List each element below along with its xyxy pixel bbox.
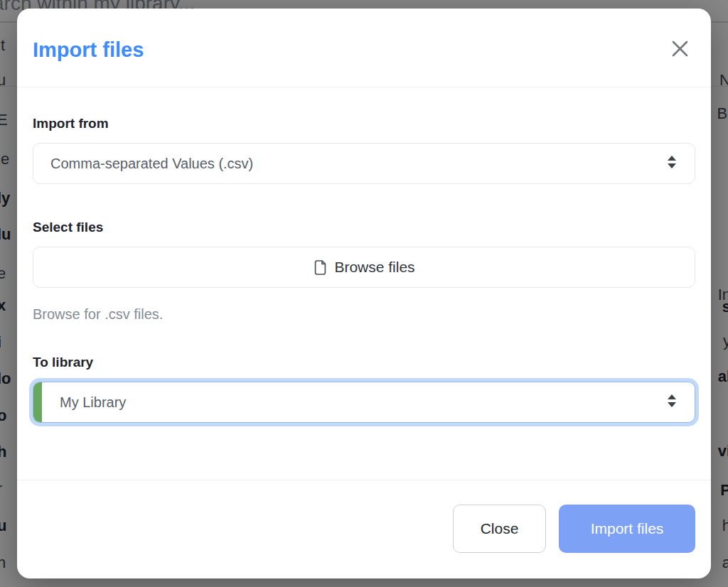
to-library-label: To library: [33, 355, 695, 370]
import-files-dialog: Import files Import from Comma-separated…: [17, 9, 711, 578]
browse-files-label: Browse files: [334, 259, 414, 276]
file-icon: [313, 259, 328, 276]
to-library-value: My Library: [50, 394, 666, 411]
browse-files-button[interactable]: Browse files: [33, 247, 695, 288]
to-library-select[interactable]: My Library: [33, 382, 695, 423]
import-files-submit-button[interactable]: Import files: [559, 505, 695, 553]
dialog-body: Import from Comma-separated Values (.csv…: [17, 87, 711, 480]
import-from-select[interactable]: Comma-separated Values (.csv): [33, 143, 695, 184]
close-dialog-button[interactable]: Close: [453, 505, 546, 553]
close-icon: [670, 39, 690, 60]
dialog-title: Import files: [33, 38, 144, 62]
chevron-updown-icon: [666, 393, 678, 411]
import-from-label: Import from: [33, 116, 695, 131]
library-color-indicator: [33, 382, 42, 422]
dialog-footer: Close Import files: [17, 480, 711, 578]
dialog-header: Import files: [17, 9, 711, 87]
select-files-label: Select files: [33, 220, 695, 235]
browse-helper-text: Browse for .csv files.: [33, 306, 695, 323]
chevron-updown-icon: [666, 154, 678, 173]
import-from-value: Comma-separated Values (.csv): [50, 156, 666, 172]
close-button[interactable]: [667, 37, 692, 63]
